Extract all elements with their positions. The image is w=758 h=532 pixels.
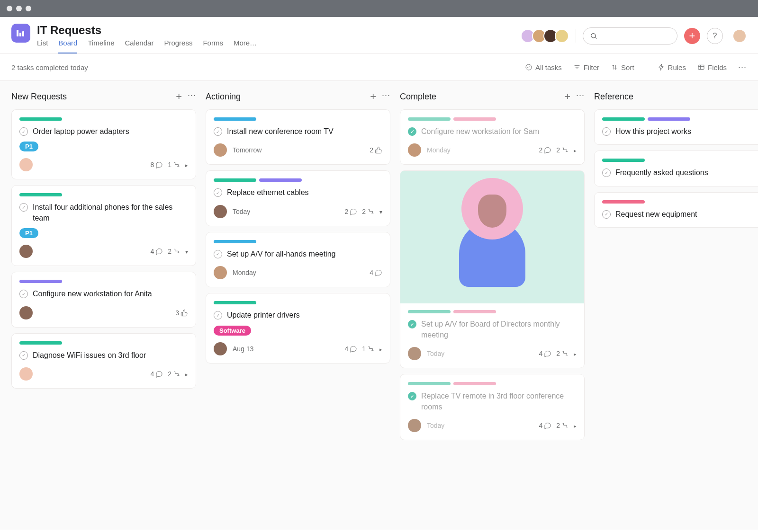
complete-checkbox[interactable] (19, 351, 28, 360)
column-menu-button[interactable] (382, 90, 390, 103)
expand-icon[interactable] (185, 370, 188, 378)
complete-checkbox[interactable] (214, 311, 222, 319)
tab-timeline[interactable]: Timeline (88, 39, 114, 53)
add-button[interactable]: + (684, 28, 700, 44)
filter-button[interactable]: Filter (573, 63, 599, 71)
project-members[interactable] (521, 29, 569, 43)
complete-checkbox[interactable] (19, 203, 28, 212)
complete-checkbox[interactable] (19, 127, 28, 136)
comment-count: 8 (150, 161, 163, 168)
expand-icon[interactable] (574, 350, 577, 357)
task-card[interactable]: Configure new workstation for SamMonday2… (400, 109, 585, 165)
card-meta: 2 2 (344, 208, 382, 215)
filter-icon (573, 63, 581, 71)
task-card[interactable]: Configure new workstation for Anita3 (11, 272, 196, 327)
expand-icon[interactable] (379, 345, 382, 353)
expand-icon[interactable] (574, 422, 577, 429)
expand-icon[interactable] (379, 208, 382, 215)
check-circle-icon (525, 63, 532, 71)
complete-checkbox[interactable] (602, 127, 611, 136)
tab-list[interactable]: List (37, 39, 48, 53)
card-title: Configure new workstation for Sam (421, 126, 539, 137)
task-card[interactable]: How this project works (594, 109, 758, 145)
more-options-button[interactable] (738, 62, 747, 72)
tab-calendar[interactable]: Calendar (125, 39, 154, 53)
complete-checkbox[interactable] (19, 290, 28, 298)
due-date: Aug 13 (233, 345, 339, 353)
tab-progress[interactable]: Progress (164, 39, 192, 53)
card-title: Order laptop power adapters (33, 126, 129, 137)
svg-line-1 (595, 37, 596, 39)
column-title: New Requests (11, 92, 176, 102)
task-card[interactable]: Replace ethernet cablesToday2 2 (206, 170, 390, 226)
column-menu-button[interactable] (576, 90, 585, 103)
add-card-button[interactable]: + (370, 90, 376, 103)
like-count: 3 (175, 309, 188, 317)
fields-button[interactable]: Fields (697, 63, 727, 71)
assignee-avatar[interactable] (408, 143, 421, 157)
subtask-count: 1 (168, 161, 180, 168)
task-card[interactable]: Diagnose WiFi issues on 3rd floor4 2 (11, 333, 196, 389)
assignee-avatar[interactable] (19, 158, 33, 171)
tab-board[interactable]: Board (58, 39, 77, 53)
window-close-dot[interactable] (7, 6, 12, 11)
complete-checkbox[interactable] (408, 127, 416, 136)
tab-more[interactable]: More… (234, 39, 257, 53)
expand-icon[interactable] (574, 146, 577, 154)
task-card[interactable]: Install new conference room TVTomorrow2 (206, 109, 390, 165)
search-input[interactable] (583, 27, 677, 44)
custom-field-bars (19, 341, 188, 345)
toolbar: 2 tasks completed today All tasks Filter… (0, 54, 758, 81)
comment-count: 4 (539, 422, 551, 429)
help-button[interactable]: ? (707, 28, 723, 44)
rules-button[interactable]: Rules (658, 63, 686, 71)
column-title: Actioning (206, 92, 370, 102)
task-card[interactable]: Replace TV remote in 3rd floor conferenc… (400, 374, 585, 440)
column-complete: Complete + Configure new workstation for… (400, 90, 585, 520)
assignee-avatar[interactable] (214, 266, 227, 279)
task-card[interactable]: Update printer driversSoftwareAug 134 1 (206, 293, 390, 363)
assignee-avatar[interactable] (19, 245, 33, 258)
assignee-avatar[interactable] (19, 306, 33, 319)
subtask-count: 2 (556, 422, 569, 429)
card-meta: 4 (370, 269, 382, 276)
window-maximize-dot[interactable] (26, 6, 31, 11)
expand-icon[interactable] (185, 248, 188, 255)
task-card[interactable]: Request new equipment (594, 192, 758, 228)
assignee-avatar[interactable] (408, 419, 421, 432)
user-avatar[interactable] (732, 29, 747, 43)
search-icon (590, 32, 597, 40)
add-card-button[interactable]: + (176, 90, 182, 103)
complete-checkbox[interactable] (408, 320, 416, 328)
custom-field-bars (214, 178, 382, 182)
complete-checkbox[interactable] (602, 168, 611, 177)
task-card[interactable]: Install four additional phones for the s… (11, 185, 196, 266)
complete-checkbox[interactable] (602, 210, 611, 219)
window-chrome (0, 0, 758, 17)
expand-icon[interactable] (185, 161, 188, 168)
complete-checkbox[interactable] (214, 250, 222, 258)
task-card[interactable]: Frequently asked questions (594, 151, 758, 186)
assignee-avatar[interactable] (214, 342, 227, 355)
task-card[interactable]: Set up A/V for Board of Directors monthl… (400, 170, 585, 368)
assignee-avatar[interactable] (214, 143, 227, 157)
complete-checkbox[interactable] (408, 392, 416, 400)
add-card-button[interactable]: + (564, 90, 570, 103)
all-tasks-filter[interactable]: All tasks (525, 63, 562, 71)
due-date: Today (427, 422, 533, 429)
column-new-requests: New Requests + Order laptop power adapte… (11, 90, 196, 520)
window-minimize-dot[interactable] (16, 6, 22, 11)
task-card[interactable]: Set up A/V for all-hands meetingMonday4 (206, 232, 390, 287)
assignee-avatar[interactable] (408, 347, 421, 360)
assignee-avatar[interactable] (214, 205, 227, 218)
member-avatar[interactable] (555, 29, 569, 43)
complete-checkbox[interactable] (214, 127, 222, 136)
complete-checkbox[interactable] (214, 188, 222, 197)
card-title: Set up A/V for Board of Directors monthl… (421, 319, 577, 340)
sort-button[interactable]: Sort (611, 63, 634, 71)
card-title: Install new conference room TV (227, 126, 334, 137)
task-card[interactable]: Order laptop power adaptersP18 1 (11, 109, 196, 179)
assignee-avatar[interactable] (19, 367, 33, 381)
column-menu-button[interactable] (188, 90, 196, 103)
tab-forms[interactable]: Forms (203, 39, 223, 53)
